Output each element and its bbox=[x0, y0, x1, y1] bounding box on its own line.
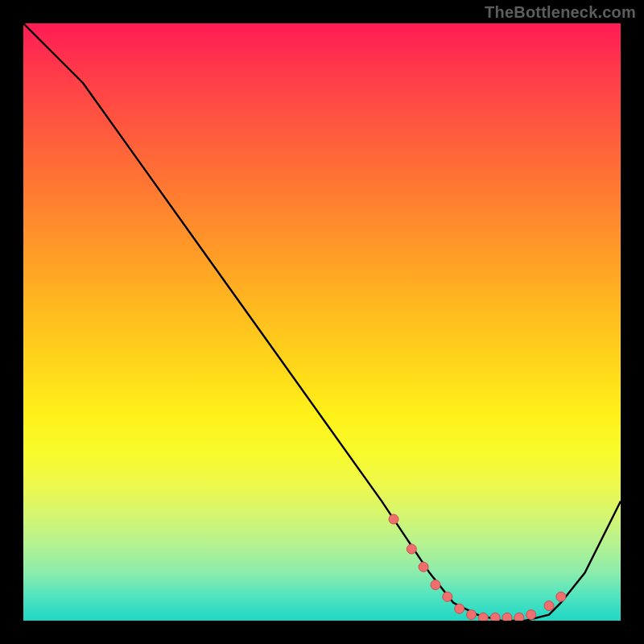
chart-stage: TheBottleneck.com bbox=[0, 0, 644, 644]
curve-marker bbox=[407, 544, 416, 554]
curve-marker bbox=[443, 592, 452, 601]
curve-marker bbox=[455, 604, 464, 613]
curve-marker bbox=[544, 601, 554, 611]
curve-marker bbox=[526, 610, 536, 620]
curve-marker bbox=[478, 613, 488, 621]
curve-marker bbox=[502, 613, 512, 621]
curve-marker bbox=[419, 562, 428, 572]
attribution-text: TheBottleneck.com bbox=[485, 3, 636, 22]
curve-markers bbox=[389, 514, 566, 621]
curve-marker bbox=[389, 514, 398, 524]
curve-marker bbox=[431, 580, 440, 590]
curve-marker bbox=[556, 592, 566, 601]
curve-marker bbox=[514, 613, 524, 621]
curve-line bbox=[23, 23, 621, 621]
curve-marker bbox=[490, 613, 500, 621]
bottleneck-curve bbox=[23, 23, 621, 621]
curve-marker bbox=[467, 610, 477, 620]
plot-area bbox=[23, 23, 621, 621]
